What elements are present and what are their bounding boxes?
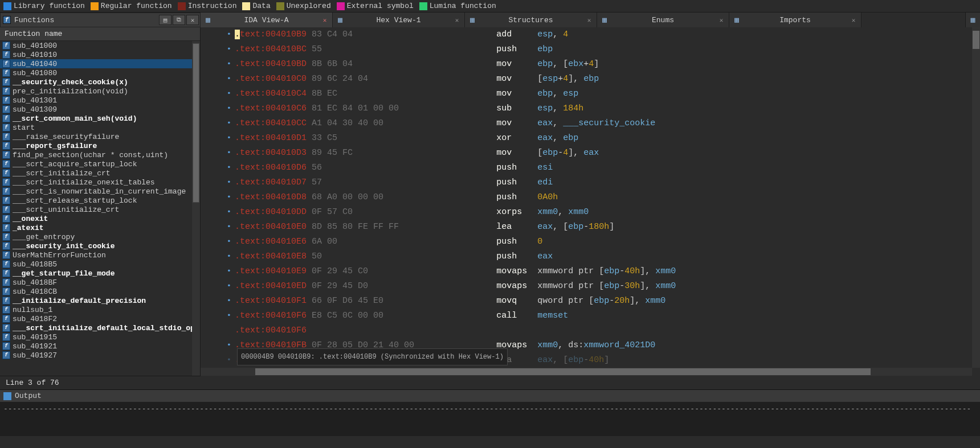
disasm-line[interactable]: •.text:004010E0 8D 85 80 FE FF FF lea ea…: [201, 220, 980, 235]
disasm-line[interactable]: •.text:004010D7 57 push edi: [201, 175, 980, 190]
panel-close-button[interactable]: ✕: [186, 15, 199, 25]
disasm-line[interactable]: •.text:004010D1 33 C5 xor eax, ebp: [201, 131, 980, 146]
function-row[interactable]: fsub_401927: [0, 351, 200, 360]
tab-structures[interactable]: ▦Structures✕: [465, 13, 597, 27]
function-row[interactable]: fsub_401309: [0, 105, 200, 114]
disasm-line[interactable]: •.text:004010C0 89 6C 24 04 mov [esp+4],…: [201, 72, 980, 87]
output-panel-header[interactable]: Output: [0, 389, 980, 402]
tab-close-icon[interactable]: ✕: [717, 16, 725, 24]
function-row[interactable]: fsub_4018BF: [0, 278, 200, 287]
disasm-line[interactable]: •.text:004010F6 E8 C5 0C 00 00 call mems…: [201, 309, 980, 323]
function-row[interactable]: f___scrt_initialize_default_local_stdio_…: [0, 323, 200, 332]
function-row[interactable]: f__onexit: [0, 214, 200, 223]
function-row[interactable]: f___raise_securityfailure: [0, 132, 200, 141]
breakpoint-dot-icon[interactable]: •: [227, 190, 231, 205]
tab-close-icon[interactable]: ✕: [585, 16, 593, 24]
breakpoint-dot-icon[interactable]: •: [227, 235, 231, 249]
breakpoint-dot-icon[interactable]: •: [227, 264, 231, 279]
function-row[interactable]: f___scrt_initialize_onexit_tables: [0, 178, 200, 187]
breakpoint-dot-icon[interactable]: •: [227, 205, 231, 220]
disasm-line[interactable]: •.text:004010D8 68 A0 00 00 00 push 0A0h: [201, 190, 980, 205]
function-row[interactable]: f___scrt_acquire_startup_lock: [0, 159, 200, 168]
breakpoint-dot-icon[interactable]: •: [227, 87, 231, 101]
function-row[interactable]: fsub_401040: [0, 59, 200, 68]
function-row[interactable]: f___security_init_cookie: [0, 241, 200, 250]
tab-overflow-button[interactable]: ▦: [965, 13, 980, 27]
tab-enums[interactable]: ▦Enums✕: [597, 13, 729, 27]
function-row[interactable]: f_atexit: [0, 223, 200, 232]
panel-pin-button[interactable]: ⧉: [173, 15, 185, 25]
functions-column-header[interactable]: Function name: [0, 27, 200, 41]
function-row[interactable]: fsub_4018B5: [0, 260, 200, 269]
disasm-line[interactable]: •.text:004010BD 8B 6B 04 mov ebp, [ebx+4…: [201, 57, 980, 72]
function-row[interactable]: fsub_401921: [0, 342, 200, 351]
disasm-vscroll-thumb[interactable]: [973, 31, 979, 49]
disasm-hscrollbar[interactable]: [201, 368, 972, 376]
tab-ida-view-a[interactable]: ▦IDA View-A✕: [201, 13, 333, 27]
disasm-line[interactable]: •.text:004010C6 81 EC 84 01 00 00 sub es…: [201, 101, 980, 116]
disasm-line[interactable]: •.text:004010F1 66 0F D6 45 E0 movq qwor…: [201, 294, 980, 309]
tab-imports[interactable]: ▦Imports✕: [729, 13, 861, 27]
disasm-hscroll-thumb[interactable]: [255, 368, 871, 375]
panel-menu-button[interactable]: ▤: [159, 15, 172, 25]
breakpoint-dot-icon[interactable]: •: [227, 175, 231, 190]
disasm-line[interactable]: •.text:004010CC A1 04 30 40 00 mov eax, …: [201, 116, 980, 131]
function-row[interactable]: f__security_check_cookie(x): [0, 77, 200, 87]
function-row[interactable]: fsub_401915: [0, 332, 200, 342]
disasm-line[interactable]: •.text:004010C4 8B EC mov ebp, esp: [201, 87, 980, 101]
disasm-line[interactable]: •.text:004010B9 83 C4 04 add esp, 4: [201, 27, 980, 42]
functions-scrollbar-thumb[interactable]: [193, 43, 199, 203]
function-row[interactable]: f__initialize_default_precision: [0, 296, 200, 305]
breakpoint-dot-icon[interactable]: •: [227, 57, 231, 72]
function-row[interactable]: fUserMathErrorFunction: [0, 250, 200, 260]
disasm-line[interactable]: •.text:004010DD 0F 57 C0 xorps xmm0, xmm…: [201, 205, 980, 220]
disasm-line[interactable]: •.text:004010ED 0F 29 45 D0 movaps xmmwo…: [201, 279, 980, 294]
breakpoint-dot-icon[interactable]: •: [227, 72, 231, 87]
disasm-line[interactable]: •.text:004010E8 50 push eax: [201, 249, 980, 264]
breakpoint-dot-icon[interactable]: •: [227, 42, 231, 57]
disasm-line[interactable]: •.text:004010D3 89 45 FC mov [ebp-4], ea…: [201, 146, 980, 161]
breakpoint-dot-icon[interactable]: •: [227, 131, 231, 146]
breakpoint-dot-icon[interactable]: •: [227, 353, 231, 368]
function-row[interactable]: f___scrt_uninitialize_crt: [0, 205, 200, 214]
function-row[interactable]: fsub_4018F2: [0, 314, 200, 323]
function-row[interactable]: f__get_startup_file_mode: [0, 269, 200, 278]
disasm-line[interactable]: •.text:004010BC 55 push ebp: [201, 42, 980, 57]
disasm-line[interactable]: .text:004010F6: [201, 323, 980, 338]
breakpoint-dot-icon[interactable]: •: [227, 338, 231, 353]
disasm-line[interactable]: •.text:004010E6 6A 00 push 0: [201, 235, 980, 249]
function-row[interactable]: f__scrt_common_main_seh(void): [0, 114, 200, 123]
function-row[interactable]: fsub_401080: [0, 68, 200, 77]
breakpoint-dot-icon[interactable]: •: [227, 249, 231, 264]
tab-close-icon[interactable]: ✕: [321, 16, 329, 24]
tab-close-icon[interactable]: ✕: [850, 16, 858, 24]
function-row[interactable]: fnullsub_1: [0, 305, 200, 314]
function-row[interactable]: fsub_4018CB: [0, 287, 200, 296]
function-row[interactable]: fstart: [0, 123, 200, 132]
function-row[interactable]: fsub_401000: [0, 41, 200, 50]
breakpoint-dot-icon[interactable]: •: [227, 146, 231, 161]
function-row[interactable]: fsub_401010: [0, 50, 200, 59]
function-row[interactable]: f___scrt_initialize_crt: [0, 168, 200, 178]
function-row[interactable]: fpre_c_initialization(void): [0, 87, 200, 96]
function-row[interactable]: fsub_401301: [0, 96, 200, 105]
function-row[interactable]: ffind_pe_section(uchar * const,uint): [0, 150, 200, 159]
tab-close-icon[interactable]: ✕: [453, 16, 461, 24]
tab-hex-view-1[interactable]: ▦Hex View-1✕: [333, 13, 465, 27]
functions-scrollbar[interactable]: [192, 41, 200, 376]
breakpoint-dot-icon[interactable]: •: [227, 116, 231, 131]
disasm-line[interactable]: •.text:004010E9 0F 29 45 C0 movaps xmmwo…: [201, 264, 980, 279]
breakpoint-dot-icon[interactable]: •: [227, 309, 231, 323]
function-row[interactable]: f___report_gsfailure: [0, 141, 200, 150]
function-row[interactable]: f___scrt_is_nonwritable_in_current_image: [0, 187, 200, 196]
functions-list[interactable]: fsub_401000fsub_401010fsub_401040fsub_40…: [0, 41, 200, 376]
function-row[interactable]: f___scrt_release_startup_lock: [0, 196, 200, 205]
breakpoint-dot-icon[interactable]: •: [227, 220, 231, 235]
function-row[interactable]: f___get_entropy: [0, 232, 200, 241]
breakpoint-dot-icon[interactable]: •: [227, 279, 231, 294]
disassembly-view[interactable]: •.text:004010B9 83 C4 04 add esp, 4•.tex…: [201, 27, 980, 376]
breakpoint-dot-icon[interactable]: •: [227, 101, 231, 116]
disasm-line[interactable]: •.text:004010D6 56 push esi: [201, 161, 980, 175]
disasm-vscrollbar[interactable]: [972, 27, 980, 368]
breakpoint-dot-icon[interactable]: •: [227, 294, 231, 309]
